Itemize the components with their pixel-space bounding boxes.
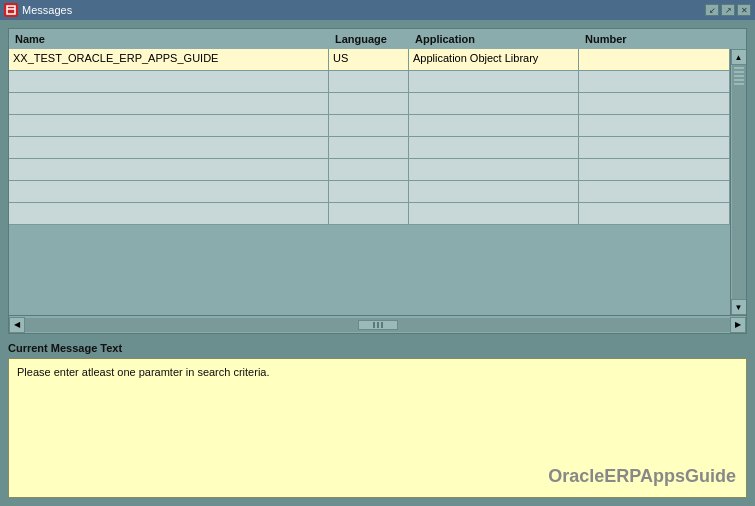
cell-language-5 bbox=[329, 159, 409, 180]
cell-application-5 bbox=[409, 159, 579, 180]
cell-name-0: XX_TEST_ORACLE_ERP_APPS_GUIDE bbox=[9, 49, 329, 70]
table-header: Name Language Application Number bbox=[9, 29, 746, 49]
cell-number-3 bbox=[579, 115, 730, 136]
message-text: Please enter atleast one paramter in sea… bbox=[17, 365, 738, 380]
scroll-track-v[interactable] bbox=[732, 65, 746, 299]
cell-name-3 bbox=[9, 115, 329, 136]
scroll-dot bbox=[734, 79, 744, 81]
table-row[interactable] bbox=[9, 203, 730, 225]
thumb-dot bbox=[381, 322, 383, 328]
restore-button[interactable]: ↗ bbox=[721, 4, 735, 16]
thumb-dot bbox=[377, 322, 379, 328]
table-body: XX_TEST_ORACLE_ERP_APPS_GUIDE US Applica… bbox=[9, 49, 746, 315]
cell-number-6 bbox=[579, 181, 730, 202]
close-button[interactable]: ✕ bbox=[737, 4, 751, 16]
cell-number-1 bbox=[579, 71, 730, 92]
window-content: Name Language Application Number XX_TEST… bbox=[0, 20, 755, 506]
minimize-button[interactable]: ↙ bbox=[705, 4, 719, 16]
table-rows: XX_TEST_ORACLE_ERP_APPS_GUIDE US Applica… bbox=[9, 49, 730, 315]
cell-language-2 bbox=[329, 93, 409, 114]
table-row[interactable] bbox=[9, 159, 730, 181]
table-row[interactable]: XX_TEST_ORACLE_ERP_APPS_GUIDE US Applica… bbox=[9, 49, 730, 71]
cell-number-4 bbox=[579, 137, 730, 158]
scroll-right-button[interactable]: ▶ bbox=[730, 317, 746, 333]
window-controls: ↙ ↗ ✕ bbox=[705, 4, 751, 16]
vertical-scrollbar[interactable]: ▲ ▼ bbox=[730, 49, 746, 315]
main-panel: Name Language Application Number XX_TEST… bbox=[8, 28, 747, 334]
cell-name-5 bbox=[9, 159, 329, 180]
cell-number-5 bbox=[579, 159, 730, 180]
scroll-dots bbox=[734, 67, 744, 85]
thumb-dots bbox=[373, 322, 383, 328]
horizontal-scrollbar[interactable]: ◀ ▶ bbox=[9, 315, 746, 333]
message-text-area: Please enter atleast one paramter in sea… bbox=[8, 358, 747, 498]
table-row[interactable] bbox=[9, 93, 730, 115]
cell-name-7 bbox=[9, 203, 329, 224]
cell-language-1 bbox=[329, 71, 409, 92]
scroll-track-h[interactable] bbox=[25, 318, 730, 332]
col-header-number: Number bbox=[581, 33, 728, 45]
table-row[interactable] bbox=[9, 115, 730, 137]
scroll-dot bbox=[734, 83, 744, 85]
scroll-dot bbox=[734, 75, 744, 77]
table-row[interactable] bbox=[9, 137, 730, 159]
cell-application-6 bbox=[409, 181, 579, 202]
scroll-dot bbox=[734, 71, 744, 73]
cell-name-2 bbox=[9, 93, 329, 114]
cell-name-1 bbox=[9, 71, 329, 92]
lower-section: Current Message Text Please enter atleas… bbox=[8, 340, 747, 498]
col-header-application: Application bbox=[411, 33, 581, 45]
table-row[interactable] bbox=[9, 181, 730, 203]
scroll-left-button[interactable]: ◀ bbox=[9, 317, 25, 333]
cell-number-2 bbox=[579, 93, 730, 114]
svg-rect-0 bbox=[7, 6, 15, 14]
cell-number-0 bbox=[579, 49, 730, 70]
col-header-language: Language bbox=[331, 33, 411, 45]
cell-language-0: US bbox=[329, 49, 409, 70]
main-window: Messages ↙ ↗ ✕ Name Language Application… bbox=[0, 0, 755, 506]
table-row[interactable] bbox=[9, 71, 730, 93]
scroll-dot bbox=[734, 67, 744, 69]
cell-application-0: Application Object Library bbox=[409, 49, 579, 70]
current-message-label: Current Message Text bbox=[8, 342, 747, 354]
scroll-thumb-h[interactable] bbox=[358, 320, 398, 330]
cell-language-3 bbox=[329, 115, 409, 136]
thumb-dot bbox=[373, 322, 375, 328]
watermark: OracleERPAppsGuide bbox=[548, 466, 736, 487]
window-title: Messages bbox=[22, 4, 701, 16]
scroll-down-button[interactable]: ▼ bbox=[731, 299, 747, 315]
cell-application-7 bbox=[409, 203, 579, 224]
cell-name-6 bbox=[9, 181, 329, 202]
cell-language-6 bbox=[329, 181, 409, 202]
cell-number-7 bbox=[579, 203, 730, 224]
cell-application-4 bbox=[409, 137, 579, 158]
scroll-up-button[interactable]: ▲ bbox=[731, 49, 747, 65]
cell-language-7 bbox=[329, 203, 409, 224]
cell-language-4 bbox=[329, 137, 409, 158]
app-icon bbox=[4, 3, 18, 17]
title-bar: Messages ↙ ↗ ✕ bbox=[0, 0, 755, 20]
cell-application-3 bbox=[409, 115, 579, 136]
cell-application-1 bbox=[409, 71, 579, 92]
cell-name-4 bbox=[9, 137, 329, 158]
cell-application-2 bbox=[409, 93, 579, 114]
col-header-name: Name bbox=[11, 33, 331, 45]
